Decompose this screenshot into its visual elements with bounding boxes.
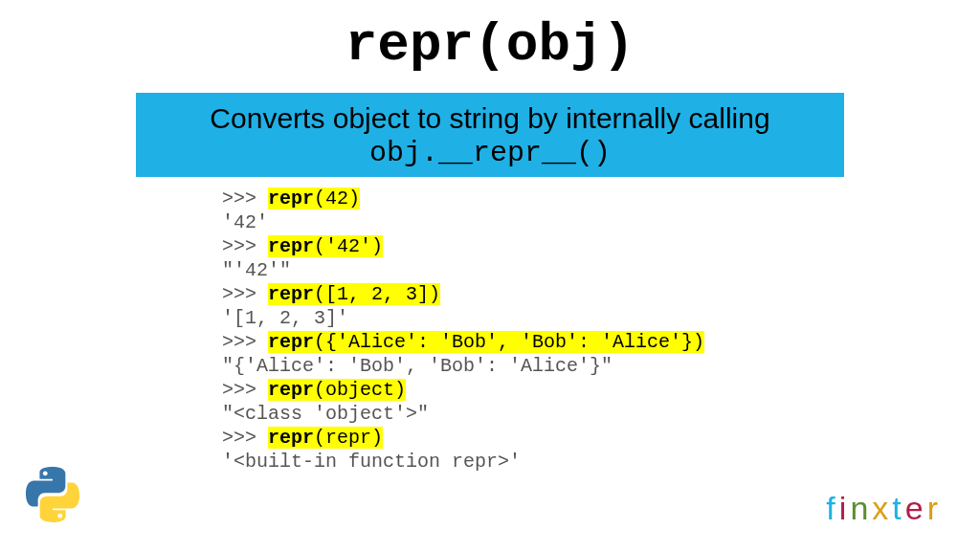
code-line: >>> repr(42)	[222, 187, 815, 210]
finxter-brand: finxter	[826, 490, 942, 527]
prompt: >>>	[222, 283, 268, 305]
code-output: "{'Alice': 'Bob', 'Bob': 'Alice'}"	[222, 354, 815, 378]
code-output: '[1, 2, 3]'	[222, 306, 815, 330]
repr-call: repr	[268, 331, 314, 353]
repr-args: (42)	[314, 187, 360, 209]
code-output: "<class 'object'>"	[222, 402, 815, 426]
page-title: repr(obj)	[0, 14, 980, 76]
brand-letter: n	[850, 490, 872, 526]
code-line: >>> repr(object)	[222, 378, 815, 402]
brand-letter: r	[927, 490, 942, 526]
repr-args: ([1, 2, 3])	[314, 283, 440, 305]
prompt: >>>	[222, 187, 268, 209]
python-logo-icon	[24, 466, 81, 527]
prompt: >>>	[222, 427, 268, 449]
code-output: '42'	[222, 210, 815, 234]
code-output: '<built-in function repr>'	[222, 450, 815, 474]
code-line: >>> repr([1, 2, 3])	[222, 282, 815, 306]
brand-letter: f	[826, 490, 838, 526]
description-box: Converts object to string by internally …	[136, 93, 844, 177]
brand-letter: i	[839, 490, 851, 526]
repr-call: repr	[268, 283, 314, 305]
repr-args: ({'Alice': 'Bob', 'Bob': 'Alice'})	[314, 331, 704, 353]
brand-letter: x	[872, 490, 892, 526]
repr-call: repr	[268, 235, 314, 257]
code-line: >>> repr(repr)	[222, 426, 815, 450]
repr-call: repr	[268, 427, 314, 449]
repr-call: repr	[268, 187, 314, 209]
repr-call: repr	[268, 379, 314, 401]
repr-args: (repr)	[314, 427, 383, 449]
description-line-2: obj.__repr__()	[149, 137, 831, 169]
prompt: >>>	[222, 235, 268, 257]
brand-letter: t	[892, 490, 904, 526]
code-line: >>> repr('42')	[222, 234, 815, 258]
repr-args: ('42')	[314, 235, 383, 257]
code-examples: >>> repr(42) '42' >>> repr('42') "'42'" …	[165, 187, 815, 474]
brand-letter: e	[905, 490, 927, 526]
repr-args: (object)	[314, 379, 406, 401]
code-output: "'42'"	[222, 258, 815, 282]
prompt: >>>	[222, 331, 268, 353]
description-line-1: Converts object to string by internally …	[149, 102, 831, 135]
prompt: >>>	[222, 379, 268, 401]
code-line: >>> repr({'Alice': 'Bob', 'Bob': 'Alice'…	[222, 330, 815, 354]
